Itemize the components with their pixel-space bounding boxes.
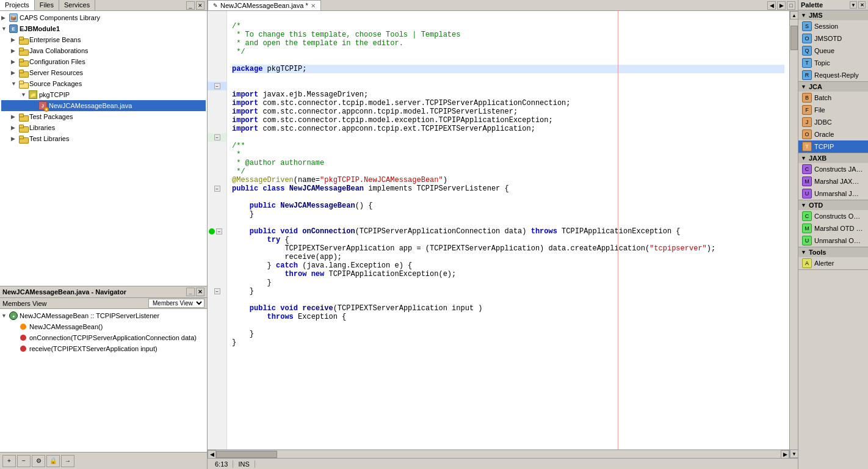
- tree-item-java-file[interactable]: J ● NewJCAMessageBean.java: [1, 100, 206, 111]
- palette-item-request-reply[interactable]: R Request-Reply: [798, 69, 868, 81]
- palette-item-batch[interactable]: B Batch: [798, 92, 868, 104]
- editor-prev-btn[interactable]: ◀: [767, 1, 776, 10]
- status-bar: 6:13 INS: [208, 458, 798, 469]
- lock-btn[interactable]: 🔒: [46, 455, 60, 467]
- palette-item-marshal-jaxb[interactable]: M Marshal JAXB Objec: [798, 175, 868, 187]
- project-tree: 📦 CAPS Components Library E EJBModule1 E…: [0, 11, 207, 286]
- navigator-close-btn[interactable]: ✕: [196, 288, 204, 296]
- palette-item-jdbc[interactable]: J JDBC: [798, 116, 868, 128]
- tab-files[interactable]: Files: [35, 0, 59, 10]
- tree-item-ejbmodule[interactable]: E EJBModule1: [1, 23, 206, 34]
- palette-section-jaxb: ▼ JAXB C Constructs JAXB ob M Marshal JA…: [798, 153, 868, 200]
- palette-item-oracle[interactable]: O Oracle: [798, 128, 868, 140]
- nav-constructor-item[interactable]: NewJCAMessageBean(): [1, 321, 206, 332]
- palette-item-session[interactable]: S Session: [798, 20, 868, 32]
- queue-icon: Q: [802, 46, 812, 56]
- jca-section-header[interactable]: ▼ JCA: [798, 82, 868, 92]
- marshal-otd-icon: M: [802, 224, 812, 233]
- palette-item-file[interactable]: F File: [798, 104, 868, 116]
- cursor-position: 6:13: [210, 460, 233, 468]
- tools-section-header[interactable]: ▼ Tools: [798, 247, 868, 257]
- otd-arrow-icon: ▼: [801, 202, 806, 208]
- left-tab-bar: Projects Files Services _ ✕: [0, 0, 207, 11]
- session-icon: S: [802, 21, 812, 31]
- fold-marker-5[interactable]: −: [214, 288, 220, 294]
- editor-tab-close-btn[interactable]: ✕: [311, 2, 316, 9]
- palette-item-unmarshal-otd[interactable]: U Unmarshal OTD Obj: [798, 234, 868, 247]
- jms-section-header[interactable]: ▼ JMS: [798, 10, 868, 20]
- tree-item-java-collabs[interactable]: Java Collaborations: [1, 45, 206, 56]
- palette-item-constructs-jaxb[interactable]: C Constructs JAXB ob: [798, 163, 868, 175]
- scroll-left-btn[interactable]: ◀: [208, 450, 216, 459]
- editor-expand-btn[interactable]: □: [787, 1, 795, 10]
- navigator-minimize-btn[interactable]: _: [186, 288, 195, 296]
- fold-marker-2[interactable]: −: [214, 134, 220, 140]
- palette-item-tcpip[interactable]: T TCPIP: [798, 140, 868, 153]
- jaxb-arrow-icon: ▼: [801, 155, 806, 161]
- scroll-right-btn[interactable]: ▶: [781, 450, 789, 459]
- jaxb-section-header[interactable]: ▼ JAXB: [798, 153, 868, 163]
- palette-item-constructs-otd[interactable]: C Constructs OTD obj: [798, 210, 868, 222]
- horizontal-scrollbar[interactable]: ◀ ▶: [208, 449, 789, 458]
- editor-next-btn[interactable]: ▶: [777, 1, 786, 10]
- panel-minimize-btn[interactable]: _: [186, 1, 195, 10]
- members-view-dropdown[interactable]: Members View: [148, 299, 204, 308]
- tree-item-libraries[interactable]: Libraries: [1, 122, 206, 133]
- tab-services[interactable]: Services: [59, 0, 95, 10]
- navigator-tree: ● NewJCAMessageBean :: TCPIPServerListen…: [0, 309, 207, 452]
- unmarshal-otd-icon: U: [802, 236, 812, 245]
- tree-item-enterprise-beans[interactable]: Enterprise Beans: [1, 34, 206, 45]
- add-btn[interactable]: +: [2, 455, 16, 467]
- remove-btn[interactable]: −: [17, 455, 31, 467]
- nav-onconnection-item[interactable]: onConnection(TCPIPServerApplicationConne…: [1, 332, 206, 343]
- constructs-otd-icon: C: [802, 211, 812, 221]
- scroll-down-btn[interactable]: ▼: [790, 449, 798, 458]
- code-editor[interactable]: /* * To change this template, choose Too…: [227, 11, 789, 449]
- scroll-up-btn[interactable]: ▲: [790, 11, 798, 20]
- palette-section-jms: ▼ JMS S Session O JMSOTD Q Queue T Top: [798, 10, 868, 82]
- tree-item-pkg-tcpip[interactable]: 📁 pkgTCPIP: [1, 89, 206, 100]
- panel-close-btn[interactable]: ✕: [196, 1, 204, 10]
- palette-panel: Palette ▼ ✕ ▼ JMS S Session O JMSOT: [798, 0, 868, 469]
- alerter-icon: A: [802, 258, 812, 268]
- palette-item-unmarshal-jaxb[interactable]: U Unmarshal JAXB Ob: [798, 187, 868, 200]
- vertical-scrollbar[interactable]: ▲ ▼: [789, 11, 798, 458]
- file-icon: F: [802, 105, 812, 115]
- palette-menu-btn[interactable]: ▼: [850, 1, 857, 9]
- navigator-bottom-toolbar: + − ⚙ 🔒 →: [0, 452, 207, 469]
- nav-receive-item[interactable]: receive(TCPIPEXTServerApplication input): [1, 343, 206, 354]
- jms-arrow-icon: ▼: [801, 12, 806, 18]
- fold-marker-3[interactable]: −: [214, 186, 220, 192]
- tree-item-test-packages[interactable]: Test Packages: [1, 111, 206, 122]
- topic-icon: T: [802, 58, 812, 68]
- oracle-icon: O: [802, 129, 812, 139]
- tab-projects[interactable]: Projects: [0, 0, 35, 10]
- tree-item-test-libraries[interactable]: Test Libraries: [1, 133, 206, 144]
- palette-item-marshal-otd[interactable]: M Marshal OTD Object: [798, 222, 868, 234]
- marshal-jaxb-icon: M: [802, 176, 812, 186]
- jca-arrow-icon: ▼: [801, 84, 806, 90]
- palette-item-topic[interactable]: T Topic: [798, 57, 868, 69]
- palette-item-jmsotd[interactable]: O JMSOTD: [798, 32, 868, 45]
- fold-marker-4[interactable]: −: [216, 228, 222, 234]
- constructs-jaxb-icon: C: [802, 164, 812, 174]
- arrow-btn[interactable]: →: [61, 455, 74, 467]
- fold-marker-1[interactable]: −: [214, 83, 220, 89]
- tree-item-config-files[interactable]: Configuration Files: [1, 56, 206, 67]
- tree-item-server-resources[interactable]: Server Resources: [1, 67, 206, 78]
- palette-close-btn[interactable]: ✕: [858, 1, 866, 9]
- otd-section-header[interactable]: ▼ OTD: [798, 200, 868, 210]
- nav-class-item[interactable]: ● NewJCAMessageBean :: TCPIPServerListen…: [1, 310, 206, 321]
- palette-section-otd: ▼ OTD C Constructs OTD obj M Marshal OTD…: [798, 200, 868, 247]
- palette-item-alerter[interactable]: A Alerter: [798, 257, 868, 269]
- editor-tab-main[interactable]: ✎ NewJCAMessageBean.java * ✕: [208, 0, 321, 10]
- tree-item-source-packages[interactable]: Source Packages: [1, 78, 206, 89]
- tree-item-caps-library[interactable]: 📦 CAPS Components Library: [1, 12, 206, 23]
- palette-section-tools: ▼ Tools A Alerter: [798, 247, 868, 270]
- request-reply-icon: R: [802, 70, 812, 80]
- palette-item-queue[interactable]: Q Queue: [798, 45, 868, 57]
- unmarshal-jaxb-icon: U: [802, 189, 812, 198]
- navigator-titlebar: Members View Members View: [0, 298, 207, 309]
- batch-icon: B: [802, 93, 812, 103]
- config-btn[interactable]: ⚙: [32, 455, 45, 467]
